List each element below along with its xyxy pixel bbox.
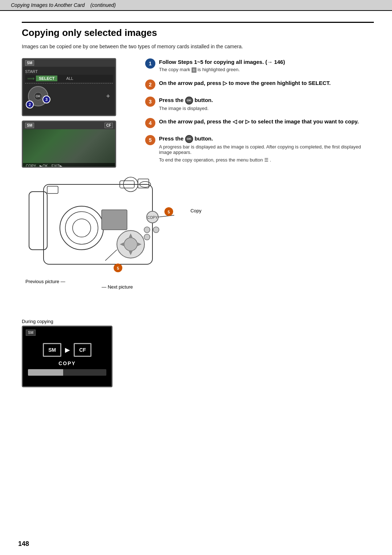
copy-mark-icon: ⎘ xyxy=(192,68,196,73)
progress-bar-container xyxy=(28,369,106,376)
copy-sm-badge: SM xyxy=(26,330,36,336)
step-2-number: 2 xyxy=(149,82,152,87)
ok-button-icon-5: OK xyxy=(185,135,193,143)
svg-text:5: 5 xyxy=(117,266,119,270)
screen-mock-2: SM CF COPY ▶OK EXIT▶ xyxy=(22,121,116,168)
step-2-main-text: On the arrow pad, press ▷ to move the gr… xyxy=(159,80,331,86)
svg-text:5: 5 xyxy=(168,210,170,214)
sm-badge-2: SM xyxy=(25,123,34,128)
next-picture-label: — Next picture xyxy=(102,284,133,290)
screen-start-label: START xyxy=(25,69,38,74)
svg-point-4 xyxy=(73,219,91,237)
screen-content-1: START ⟹ SELECT ALL OK xyxy=(23,67,115,109)
svg-line-21 xyxy=(105,250,117,261)
step-4: 4 On the arrow pad, press the ◁ or ▷ to … xyxy=(145,118,374,128)
photo-thumbnail: COPY ▶OK EXIT▶ xyxy=(23,129,116,168)
step-5: 5 Press the OK button. A progress bar is… xyxy=(145,135,374,163)
badge-number-3: 3 xyxy=(42,95,50,103)
svg-point-28 xyxy=(144,234,150,240)
step-1-number: 1 xyxy=(149,61,152,66)
select-highlight: SELECT xyxy=(36,76,57,81)
step-5-main: Press the OK button. xyxy=(159,135,374,143)
step-1: 1 Follow Steps 1~5 for copying all image… xyxy=(145,58,374,73)
svg-line-18 xyxy=(158,215,174,217)
step-4-main: On the arrow pad, press the ◁ or ▷ to se… xyxy=(159,118,374,125)
during-copy-label: During copying xyxy=(22,319,374,324)
step-5-sub: A progress bar is displayed as the image… xyxy=(159,144,374,155)
svg-rect-24 xyxy=(102,210,127,230)
plus-icon: + xyxy=(106,93,110,100)
step-2-circle: 2 xyxy=(145,79,155,90)
step-1-circle: 1 xyxy=(145,58,155,69)
page-title: Copying only selected images xyxy=(22,22,374,38)
step-4-number: 4 xyxy=(149,120,152,126)
camera-diagram: COPY 5 5 xyxy=(22,174,203,304)
copy-arrow-icon: ▶ xyxy=(65,346,70,354)
prev-picture-label: Previous picture — xyxy=(25,279,65,284)
step-2-main: On the arrow pad, press ▷ to move the gr… xyxy=(159,79,374,87)
step-2: 2 On the arrow pad, press ▷ to move the … xyxy=(145,79,374,90)
step-1-main-text: Follow Steps 1~5 for copying all images.… xyxy=(159,59,285,65)
copy-label: Copy xyxy=(191,208,201,213)
screen-select-row: ⟹ SELECT ALL xyxy=(25,75,113,82)
prev-label-text: Previous picture xyxy=(25,279,59,284)
svg-rect-25 xyxy=(47,186,58,193)
svg-point-3 xyxy=(65,212,98,244)
sm-badge-1: SM xyxy=(25,60,34,66)
header-bar: Copying Images to Another Card (continue… xyxy=(0,0,392,11)
step-1-sub-text: The copy mark xyxy=(159,67,190,72)
header-continued: (continued) xyxy=(90,2,116,8)
ok-text: OK xyxy=(36,94,41,98)
screen-topbar-1: SM xyxy=(23,59,115,67)
step-4-body: On the arrow pad, press the ◁ or ▷ to se… xyxy=(159,118,374,125)
all-label: ALL xyxy=(66,76,73,81)
arrow-right-icon: ⟹ xyxy=(27,76,34,81)
copy-screen: SM SM ▶ CF COPY xyxy=(22,326,113,387)
dotted-separator xyxy=(25,83,113,83)
nav-circle-container: OK 2 3 + xyxy=(25,85,113,108)
copy-label-text: Copy xyxy=(191,208,201,213)
step-1-main: Follow Steps 1~5 for copying all images.… xyxy=(159,58,374,66)
svg-point-11 xyxy=(124,238,137,251)
step-3-number: 3 xyxy=(149,99,152,105)
bottom-section: During copying SM SM ▶ CF COPY xyxy=(22,319,374,387)
step-5-body: Press the OK button. A progress bar is d… xyxy=(159,135,374,163)
two-column-layout: SM START ⟹ SELECT ALL xyxy=(22,58,374,311)
step-3-circle: 3 xyxy=(145,97,155,107)
page-number: 148 xyxy=(18,540,29,548)
step-1-sub: The copy mark ⎘ is highlighted green. xyxy=(159,67,374,73)
copy-label-screen: COPY xyxy=(26,360,109,366)
svg-point-2 xyxy=(60,206,103,250)
step-5-circle: 5 xyxy=(145,135,155,145)
nav-control: OK 2 3 xyxy=(28,86,48,106)
ok-btn-label: ▶OK xyxy=(40,164,48,168)
step-5-sub2: To end the copy operation, press the men… xyxy=(159,157,374,163)
intro-text: Images can be copied one by one between … xyxy=(22,44,374,49)
screen-row-start: START xyxy=(25,68,113,75)
step-3-body: Press the OK button. The image is displa… xyxy=(159,96,374,111)
header-text: Copying Images to Another Card xyxy=(11,2,85,8)
step-2-body: On the arrow pad, press ▷ to move the gr… xyxy=(159,79,374,87)
svg-point-27 xyxy=(153,227,159,233)
screen-topbar-2: SM CF xyxy=(23,122,115,129)
step-1-sub2-text: is highlighted green. xyxy=(197,67,240,72)
copy-screen-topbar: SM xyxy=(26,330,109,336)
step-1-body: Follow Steps 1~5 for copying all images.… xyxy=(159,58,374,73)
progress-bar-fill xyxy=(28,369,63,376)
step-3-sub: The image is displayed. xyxy=(159,106,374,111)
card-sm: SM xyxy=(43,343,61,357)
photo-overlay: COPY ▶OK EXIT▶ xyxy=(23,163,116,168)
step-3: 3 Press the OK button. The image is disp… xyxy=(145,96,374,111)
svg-rect-1 xyxy=(29,192,47,250)
svg-rect-6 xyxy=(138,179,149,188)
copy-screen-cards: SM ▶ CF xyxy=(26,343,109,357)
screen-mock-1: SM START ⟹ SELECT ALL xyxy=(22,58,116,116)
step-4-circle: 4 xyxy=(145,118,155,128)
card-cf: CF xyxy=(74,343,91,357)
exit-btn-label: EXIT▶ xyxy=(52,164,62,168)
next-label-text: Next picture xyxy=(108,284,133,290)
ok-button-icon-3: OK xyxy=(185,97,193,105)
nav-center: OK xyxy=(34,92,42,100)
main-content: Copying only selected images Images can … xyxy=(0,11,392,402)
svg-point-26 xyxy=(144,227,150,233)
